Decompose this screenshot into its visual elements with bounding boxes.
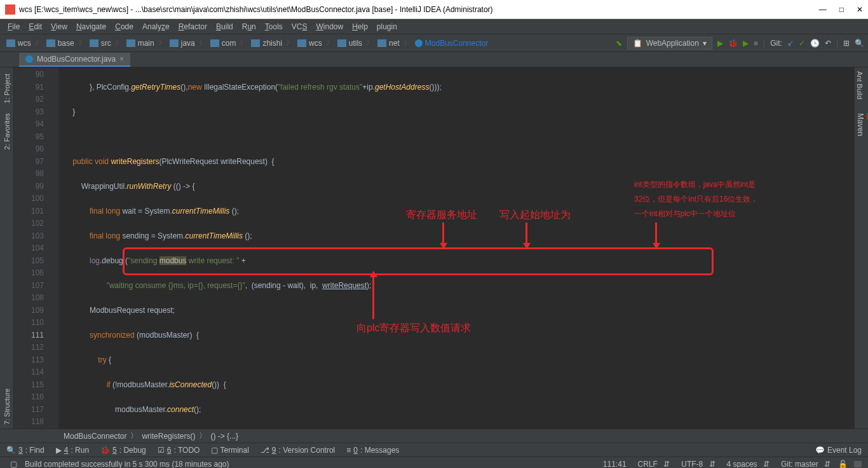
right-tool-strip: Ant Build mMaven xyxy=(854,67,868,429)
app-icon xyxy=(5,4,15,15)
git-commit-icon[interactable]: ✓ xyxy=(799,39,805,48)
menu-file[interactable]: File xyxy=(4,21,24,32)
tool-windows-icon[interactable]: ▢ xyxy=(6,460,21,469)
tool-debug[interactable]: 🐞 5: Debug xyxy=(100,446,146,455)
window-title: wcs [E:\wcs_item\wcs_new\wcs] - ...\base… xyxy=(19,5,819,14)
menu-code[interactable]: Code xyxy=(111,21,137,32)
tab-modbusconnector[interactable]: ModBusConnector.java × xyxy=(19,53,130,67)
stop-button[interactable]: ■ xyxy=(754,39,758,48)
gutter-icons xyxy=(49,67,59,429)
debug-button[interactable]: 🐞 xyxy=(728,39,738,48)
status-encoding[interactable]: UTF-8 ⇵ xyxy=(674,460,719,469)
crumb-base[interactable]: base xyxy=(44,39,77,48)
tool-eventlog[interactable]: 💬 Event Log xyxy=(815,446,862,455)
menu-edit[interactable]: Edit xyxy=(25,21,46,32)
bottom-tool-strip: 🔍 3: Find ▶ 4: Run 🐞 5: Debug ☑ 6: TODO … xyxy=(0,443,868,457)
menu-navigate[interactable]: Navigate xyxy=(72,21,110,32)
search-everywhere-icon[interactable]: 🔍 xyxy=(855,39,864,48)
tool-structure[interactable]: 7: Structure xyxy=(2,385,12,429)
menu-analyze[interactable]: Analyze xyxy=(139,21,173,32)
status-git[interactable]: Git: master ⇵ xyxy=(773,460,834,469)
git-update-icon[interactable]: ↙ xyxy=(787,39,794,48)
class-icon xyxy=(25,55,33,63)
tool-run[interactable]: ▶ 4: Run xyxy=(56,446,89,455)
status-indent[interactable]: 4 spaces ⇵ xyxy=(719,460,773,469)
build-icon[interactable]: ⬊ xyxy=(616,39,622,48)
menu-bar: File Edit View Navigate Code Analyze Ref… xyxy=(0,19,868,34)
minimize-button[interactable]: — xyxy=(819,5,827,14)
tool-project[interactable]: 1: Project xyxy=(2,70,12,107)
git-label: Git: xyxy=(770,39,782,48)
run-coverage-button[interactable]: ▶ xyxy=(743,39,749,48)
crumb-com[interactable]: com xyxy=(208,39,239,48)
menu-run[interactable]: Run xyxy=(238,21,260,32)
left-tool-strip: 1: Project 2: Favorites 7: Structure xyxy=(0,67,14,429)
tab-label: ModBusConnector.java xyxy=(37,55,116,64)
crumb-src[interactable]: src xyxy=(87,39,114,48)
close-button[interactable]: ✕ xyxy=(857,5,863,14)
tool-vcs[interactable]: ⎇ 9: Version Control xyxy=(261,446,335,455)
status-position[interactable]: 111:41 xyxy=(599,460,630,469)
crumb-zhishi[interactable]: zhishi xyxy=(248,39,285,48)
status-bar: ▢ Build completed successfully in 5 s 30… xyxy=(0,457,868,468)
navigation-bar: wcs〉 base〉 src〉 main〉 java〉 com〉 zhishi〉… xyxy=(0,34,868,52)
menu-refactor[interactable]: Refactor xyxy=(175,21,211,32)
crumb-main[interactable]: main xyxy=(124,39,157,48)
tool-ant[interactable]: Ant Build xyxy=(855,67,865,103)
tool-messages[interactable]: ≡ 0: Messages xyxy=(346,446,399,455)
menu-window[interactable]: Window xyxy=(312,21,347,32)
crumb-class[interactable]: ModBusConnector xyxy=(412,39,491,48)
status-lock-icon[interactable]: 🔓 xyxy=(834,460,851,469)
tool-find[interactable]: 🔍 3: Find xyxy=(6,446,44,455)
menu-help[interactable]: Help xyxy=(348,21,372,32)
run-config-selector[interactable]: 📋WebApplication▾ xyxy=(627,37,712,50)
status-message: Build completed successfully in 5 s 300 … xyxy=(21,460,233,469)
menu-plugin[interactable]: plugin xyxy=(373,21,401,32)
git-revert-icon[interactable]: ↶ xyxy=(825,39,831,48)
tool-favorites[interactable]: 2: Favorites xyxy=(2,109,12,153)
run-button[interactable]: ▶ xyxy=(717,39,723,48)
crumb-utils[interactable]: utils xyxy=(335,39,365,48)
crumb-java[interactable]: java xyxy=(167,39,198,48)
status-indicator[interactable] xyxy=(854,461,862,467)
menu-tools[interactable]: Tools xyxy=(261,21,287,32)
breadcrumb-bar[interactable]: ModBusConnector〉 writeRegisters()〉 () ->… xyxy=(0,429,868,443)
ide-settings-icon[interactable]: ⊞ xyxy=(843,39,850,48)
crumb-wcs[interactable]: wcs xyxy=(4,39,34,48)
maximize-button[interactable]: □ xyxy=(839,5,844,14)
status-eol[interactable]: CRLF ⇵ xyxy=(630,460,674,469)
crumb-net[interactable]: net xyxy=(375,39,402,48)
editor-tabs: ModBusConnector.java × xyxy=(0,52,868,67)
tool-terminal[interactable]: ▢ Terminal xyxy=(211,446,248,455)
tool-maven[interactable]: mMaven xyxy=(855,109,868,140)
code-editor[interactable]: }, PlcConfig.getRetryTimes(),new Illegal… xyxy=(59,67,854,429)
line-gutter[interactable]: 9091929394959697989910010110210310410510… xyxy=(14,67,49,429)
title-bar: wcs [E:\wcs_item\wcs_new\wcs] - ...\base… xyxy=(0,0,868,19)
crumb-wcs2[interactable]: wcs xyxy=(295,39,325,48)
menu-view[interactable]: View xyxy=(47,21,71,32)
menu-build[interactable]: Build xyxy=(212,21,237,32)
git-history-icon[interactable]: 🕓 xyxy=(810,39,820,48)
tool-todo[interactable]: ☑ 6: TODO xyxy=(158,446,200,455)
menu-vcs[interactable]: VCS xyxy=(288,21,311,32)
tab-close-icon[interactable]: × xyxy=(119,55,124,64)
